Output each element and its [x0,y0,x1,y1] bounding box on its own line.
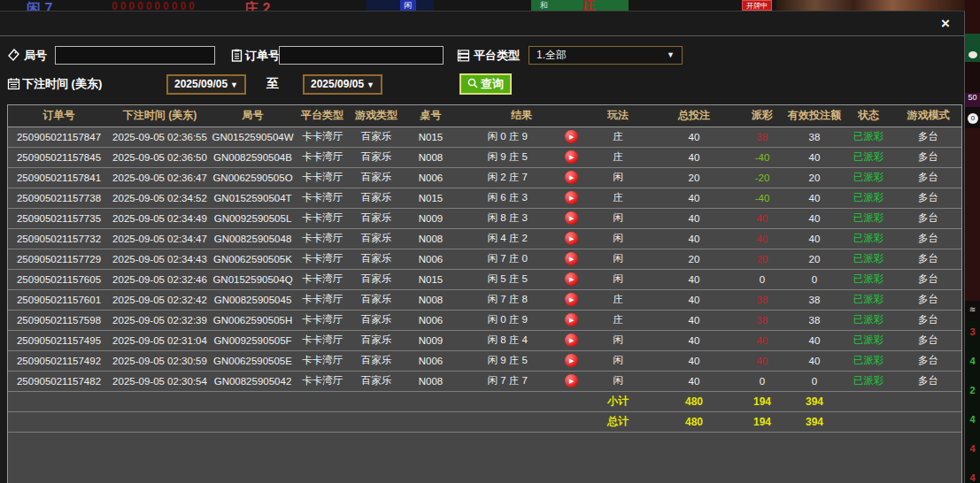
bg-scoreboard-number: 2 [965,385,980,395]
cell-platform: 卡卡湾厅 [296,269,349,289]
bg-banker-score: 庄 2 [244,0,270,11]
replay-icon[interactable]: ▶ [565,191,578,204]
cell-total-bet: 40 [651,126,737,147]
cell-result: 闲 6 庄 3 ▶ [458,188,585,208]
cell-valid-bet: 0 [787,269,842,289]
bg-scoreboard-number: 3 [965,326,980,337]
cell-play-type: 闲 [585,208,651,228]
cell-order-no: 250905021157732 [8,228,110,249]
replay-icon[interactable]: ▶ [565,334,578,347]
cell-table-no: N008 [404,289,458,310]
replay-icon[interactable]: ▶ [565,374,578,387]
date-to-picker[interactable]: 2025/09/05▼ [303,74,382,95]
table-row: 250905021157732 2025-09-05 02:34:47 GN00… [8,228,961,249]
cell-table-no: N015 [404,269,458,289]
bg-table-felt: 和庄 [531,0,629,11]
result-score: 闲 9 庄 5 [458,354,557,367]
cell-result: 闲 8 庄 4 ▶ [458,330,585,350]
cell-valid-bet: 38 [787,289,842,310]
cell-total-bet: 40 [651,228,737,249]
cell-platform: 卡卡湾厅 [296,310,349,330]
cell-platform: 卡卡湾厅 [296,167,349,188]
replay-icon[interactable]: ▶ [565,171,578,184]
cell-payout: -40 [737,147,787,167]
table-row: 250905021157845 2025-09-05 02:36:50 GN00… [8,147,961,167]
cell-game-no: GN0062590505E [210,350,296,371]
order-no-input[interactable] [279,46,444,65]
table-row: 250905021157841 2025-09-05 02:36:47 GN00… [8,167,961,188]
bg-scoreboard-number: 4 [965,472,980,483]
replay-icon[interactable]: ▶ [565,130,578,143]
cell-result: 闲 0 庄 9 ▶ [458,126,585,147]
table-row: 250905021157492 2025-09-05 02:30:59 GN00… [8,350,961,371]
bg-scoreboard-number: 4 [965,414,980,425]
filter-bar: 局号 订单号 平台类型 1.全部 ▼ 下注时间 (美东) 2025/09/05▼… [0,37,964,104]
replay-icon[interactable]: ▶ [565,252,578,265]
cell-payout: 38 [737,289,787,310]
subtotal-valid: 394 [787,391,842,411]
replay-icon[interactable]: ▶ [565,211,578,225]
cell-result: 闲 9 庄 5 ▶ [458,350,585,371]
table-row: 250905021157729 2025-09-05 02:34:43 GN00… [8,249,961,269]
cell-valid-bet: 40 [787,330,842,350]
bg-edge-dark [965,62,980,93]
calendar-icon [7,77,20,90]
bg-player-tile: 闲 [400,0,416,11]
replay-icon[interactable]: ▶ [565,272,578,286]
game-no-input[interactable] [55,46,215,65]
cell-play-type: 庄 [585,289,651,310]
cell-table-no: N008 [404,147,458,167]
column-header: 总投注 [651,105,737,126]
replay-icon[interactable]: ▶ [565,232,578,245]
table-row: 250905021157598 2025-09-05 02:32:39 GN00… [8,310,961,330]
cell-result: 闲 9 庄 5 ▶ [458,147,585,167]
platform-list-icon [457,49,470,62]
bg-edge-chip-50: 50 [965,93,980,107]
result-score: 闲 5 庄 5 [458,272,557,286]
cell-table-no: N008 [404,371,458,391]
cell-bet-time: 2025-09-05 02:34:49 [110,208,210,228]
replay-icon[interactable]: ▶ [565,313,578,326]
cell-valid-bet: 40 [787,147,842,167]
cell-payout: 40 [737,350,787,371]
cell-game-type: 百家乐 [349,126,404,147]
replay-icon[interactable]: ▶ [565,293,578,306]
cell-game-type: 百家乐 [349,310,404,330]
cell-order-no: 250905021157495 [8,330,110,350]
close-icon[interactable]: × [941,14,950,34]
table-row: 250905021157601 2025-09-05 02:32:42 GN00… [8,289,961,310]
bg-tie-tile: 和 [540,0,548,11]
cell-table-no: N006 [404,167,458,188]
cell-game-type: 百家乐 [349,330,404,350]
cell-valid-bet: 40 [787,188,842,208]
cell-bet-time: 2025-09-05 02:30:54 [110,371,210,391]
chevron-down-icon: ▼ [367,80,374,89]
search-button[interactable]: 查询 [459,73,512,95]
column-header: 桌号 [404,105,458,126]
subtotal-bet: 480 [651,391,737,411]
cell-table-no: N006 [404,249,458,269]
cell-game-type: 百家乐 [349,249,404,269]
platform-type-select[interactable]: 1.全部 ▼ [529,46,683,65]
cell-game-mode: 多台 [895,208,961,228]
subtotal-payout: 194 [737,391,787,411]
cell-game-no: GN0062590505O [210,167,296,188]
replay-icon[interactable]: ▶ [565,150,578,164]
game-no-label: 局号 [24,48,47,64]
replay-icon[interactable]: ▶ [565,354,578,367]
cell-status: 已派彩 [842,126,895,147]
date-from-picker[interactable]: 2025/09/05▼ [166,74,246,95]
bg-deal-button: 开牌中 [742,0,772,11]
platform-type-label: 平台类型 [474,48,520,64]
cell-game-mode: 多台 [895,289,961,310]
bg-counter: 0000000000 [112,0,197,11]
cell-play-type: 闲 [585,371,651,391]
column-header: 派彩 [737,105,787,126]
cell-game-type: 百家乐 [349,289,404,310]
cell-bet-time: 2025-09-05 02:32:39 [110,310,210,330]
bg-edge-marks: ≋ [965,305,980,321]
total-row: 总计 480 194 394 [8,411,961,432]
cell-play-type: 庄 [585,126,651,147]
result-score: 闲 9 庄 5 [458,150,557,164]
result-score: 闲 8 庄 3 [458,211,557,225]
